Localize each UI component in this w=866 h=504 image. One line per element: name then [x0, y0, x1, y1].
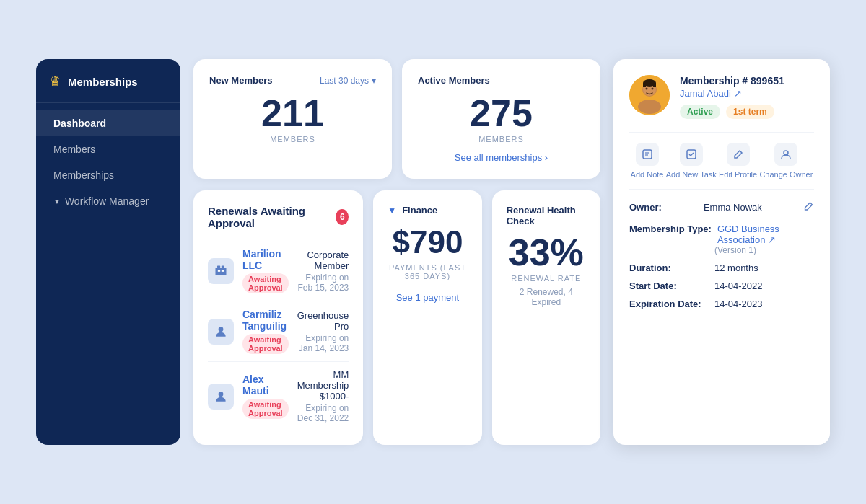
duration-row: Duration: 12 months — [629, 262, 814, 273]
health-percent: 33% — [507, 234, 586, 271]
svg-rect-14 — [643, 83, 646, 87]
svg-point-6 — [219, 392, 224, 397]
new-members-header: New Members Last 30 days ▾ — [209, 75, 376, 86]
member-detail-panel: Membership # 899651 Jamal Abadi ↗ Active… — [613, 59, 830, 445]
new-members-period[interactable]: Last 30 days ▾ — [320, 76, 376, 86]
active-members-label: Active Members — [418, 75, 490, 86]
edit-profile-button[interactable]: Edit Profile — [719, 143, 757, 179]
renewal-type: Corporate Member Expiring on Feb 15, 202… — [297, 249, 349, 293]
sidebar-item-memberships[interactable]: Memberships — [36, 162, 180, 188]
status-badges: Active 1st term — [680, 105, 784, 119]
finance-title[interactable]: Finance — [402, 205, 437, 216]
new-members-sub: MEMBERS — [209, 135, 376, 143]
health-title: Renewal Health Check — [507, 205, 586, 226]
renewal-item: Alex Mauti Awaiting Approval MM Membersh… — [208, 362, 349, 430]
see-all-memberships-link[interactable]: See all memberships › — [418, 152, 585, 163]
membership-type-field: Membership Type: GGD Business Associatio… — [629, 224, 814, 255]
renewal-item: Carmiliz Tanguilig Awaiting Approval Gre… — [208, 301, 349, 362]
active-members-count: 275 — [418, 94, 585, 132]
renewal-type: Greenhouse Pro Expiring on Jan 14, 2023 — [297, 310, 349, 353]
health-card: Renewal Health Check 33% RENEWAL RATE 2 … — [492, 190, 600, 445]
action-buttons: Add Note Add New Task Edit Profile Chang… — [629, 132, 814, 190]
start-date-label: Start Date: — [629, 280, 709, 291]
finance-header: ▼ Finance — [388, 205, 467, 216]
start-date-row: Start Date: 14-04-2022 — [629, 280, 814, 291]
sidebar-item-workflow[interactable]: ▼ Workflow Manager — [36, 188, 180, 214]
svg-point-12 — [652, 88, 654, 90]
active-members-sub: MEMBERS — [418, 135, 585, 143]
svg-rect-3 — [218, 270, 220, 272]
detail-header: Membership # 899651 Jamal Abadi ↗ Active… — [629, 75, 814, 119]
renewal-info: Carmiliz Tanguilig Awaiting Approval — [242, 309, 289, 354]
term-badge: 1st term — [726, 105, 774, 119]
start-date-value: 14-04-2022 — [714, 280, 763, 291]
change-owner-button[interactable]: Change Owner — [759, 143, 813, 179]
sidebar-nav: Dashboard Members Memberships ▼ Workflow… — [36, 103, 180, 221]
renewal-avatar — [208, 319, 234, 345]
stats-row: New Members Last 30 days ▾ 211 MEMBERS A… — [193, 59, 600, 179]
new-members-count: 211 — [209, 94, 376, 132]
sidebar-header: ♛ Memberships — [36, 74, 180, 103]
renewal-expiry: Expiring on Feb 15, 2023 — [297, 273, 349, 293]
finance-amount: $790 — [388, 224, 467, 260]
add-note-icon — [636, 143, 659, 166]
edit-profile-icon — [727, 143, 750, 166]
owner-label: Owner: — [629, 202, 662, 213]
renewal-avatar — [208, 258, 234, 284]
membership-number: Membership # 899651 — [680, 75, 784, 87]
renewal-type: MM Membership $1000- Expiring on Dec 31,… — [297, 369, 349, 423]
renewal-info: Alex Mauti Awaiting Approval — [242, 373, 289, 419]
finance-arrow-icon[interactable]: ▼ — [388, 205, 396, 216]
add-note-button[interactable]: Add Note — [631, 143, 664, 179]
awaiting-badge: Awaiting Approval — [242, 334, 289, 354]
renewals-card: Renewals Awaiting Approval 6 Marilion LL… — [193, 190, 363, 445]
active-badge: Active — [680, 105, 720, 119]
detail-info: Membership # 899651 Jamal Abadi ↗ Active… — [680, 75, 784, 119]
membership-type-row: Membership Type: GGD Business Associatio… — [629, 224, 814, 245]
membership-type-value[interactable]: GGD Business Association ↗ — [717, 224, 814, 245]
finance-sub: PAYMENTS (LAST 365 DAYS) — [388, 263, 467, 280]
renewal-item: Marilion LLC Awaiting Approval Corporate… — [208, 241, 349, 301]
renewal-name[interactable]: Carmiliz Tanguilig — [242, 309, 289, 332]
finance-card: ▼ Finance $790 PAYMENTS (LAST 365 DAYS) … — [373, 190, 481, 445]
awaiting-badge: Awaiting Approval — [242, 273, 289, 293]
renewal-name[interactable]: Marilion LLC — [242, 248, 289, 271]
sidebar: ♛ Memberships Dashboard Members Membersh… — [36, 59, 180, 445]
renewal-type-name: MM Membership $1000- — [297, 369, 349, 402]
edit-owner-icon[interactable] — [804, 201, 814, 213]
active-members-card: Active Members 275 MEMBERS See all membe… — [402, 59, 600, 179]
add-task-button[interactable]: Add New Task — [666, 143, 717, 179]
change-owner-icon — [774, 143, 797, 166]
awaiting-badge: Awaiting Approval — [242, 399, 289, 419]
add-task-label: Add New Task — [666, 170, 717, 179]
svg-rect-2 — [222, 265, 224, 268]
svg-rect-16 — [643, 150, 652, 159]
member-name-link[interactable]: Jamal Abadi ↗ — [680, 88, 784, 99]
sidebar-item-members[interactable]: Members — [36, 136, 180, 162]
sidebar-item-dashboard[interactable]: Dashboard — [36, 110, 180, 136]
membership-version: (Version 1) — [714, 245, 756, 255]
add-note-label: Add Note — [631, 170, 664, 179]
renewals-badge: 6 — [336, 209, 349, 225]
svg-rect-15 — [653, 83, 656, 87]
renewal-name[interactable]: Alex Mauti — [242, 373, 289, 397]
new-members-label: New Members — [209, 75, 272, 86]
expiration-date-field: Expiration Date: 14-04-2023 — [629, 299, 814, 309]
membership-type-label: Membership Type: — [629, 224, 712, 234]
duration-label: Duration: — [629, 262, 709, 273]
renewal-info: Marilion LLC Awaiting Approval — [242, 248, 289, 293]
expiration-date-label: Expiration Date: — [629, 299, 709, 309]
duration-field: Duration: 12 months — [629, 262, 814, 273]
chevron-down-icon: ▾ — [372, 76, 376, 86]
svg-point-11 — [646, 88, 648, 90]
member-name: Jamal Abadi — [680, 88, 731, 99]
svg-rect-1 — [217, 265, 220, 268]
external-link-icon: ↗ — [734, 88, 742, 99]
main-area: New Members Last 30 days ▾ 211 MEMBERS A… — [193, 59, 600, 445]
workflow-label: Workflow Manager — [65, 195, 149, 207]
svg-point-20 — [784, 151, 788, 155]
see-payment-link[interactable]: See 1 payment — [388, 292, 467, 303]
owner-value: Emma Nowak — [704, 202, 762, 213]
active-members-header: Active Members — [418, 75, 585, 86]
period-text: Last 30 days — [320, 76, 369, 86]
